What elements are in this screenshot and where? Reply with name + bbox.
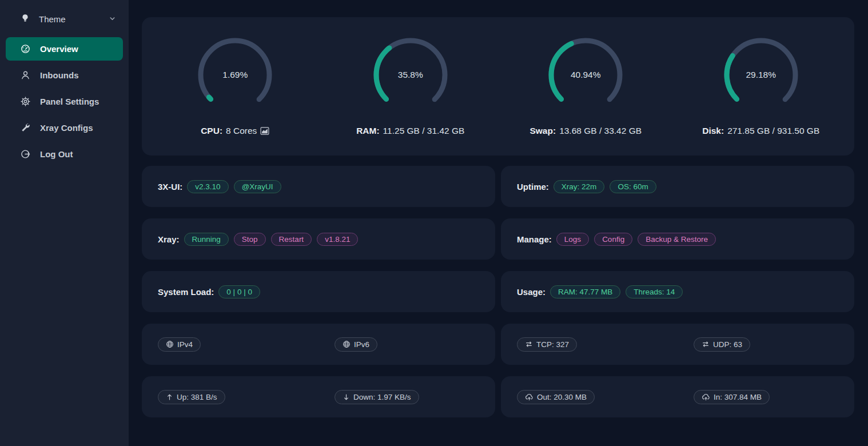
ip-card: IPv4 IPv6 <box>142 324 495 365</box>
xray-status-tag: Running <box>184 233 229 246</box>
ipv4-text: IPv4 <box>177 340 193 349</box>
connections-card: TCP: 327 UDP: 63 <box>501 324 854 365</box>
ipv6-half: IPv6 <box>318 337 495 352</box>
manage-card: Manage: Logs Config Backup & Restore <box>501 218 854 260</box>
gauge-value: 1.69% <box>193 33 277 117</box>
main-content: 1.69% CPU: 8 Cores 35.8% RAM: 11.25 GB <box>129 0 868 446</box>
info-rows: 3X-UI: v2.3.10 @XrayUI Uptime: Xray: 22m… <box>142 166 854 417</box>
traffic-out-half: Out: 20.30 MB <box>501 390 678 404</box>
logout-icon <box>21 149 30 159</box>
traffic-in-text: In: 307.84 MB <box>714 393 762 401</box>
dashboard-icon <box>21 44 30 54</box>
xray-card: Xray: Running Stop Restart v1.8.21 <box>142 218 495 260</box>
traffic-out-tag: Out: 20.30 MB <box>517 390 595 404</box>
uptime-label: Uptime: <box>517 182 549 192</box>
globe-icon <box>166 340 174 348</box>
area-chart-icon[interactable] <box>260 126 269 136</box>
system-load-card: System Load: 0 | 0 | 0 <box>142 271 495 312</box>
xray-version-tag[interactable]: v1.8.21 <box>317 233 358 246</box>
xui-label: 3X-UI: <box>158 182 182 192</box>
sidebar-item-xray-configs[interactable]: Xray Configs <box>0 116 129 140</box>
swap-arrows-icon <box>702 340 710 348</box>
traffic-out-text: Out: 20.30 MB <box>537 393 587 401</box>
theme-selector[interactable]: Theme <box>0 8 129 30</box>
gauge-value: 35.8% <box>369 33 452 117</box>
gauge-ram: 35.8% RAM: 11.25 GB / 31.42 GB <box>323 33 499 136</box>
traffic-card: Out: 20.30 MB In: 307.84 MB <box>501 376 854 417</box>
udp-half: UDP: 63 <box>678 337 854 352</box>
gauge-value: 29.18% <box>719 33 803 117</box>
arrow-down-icon <box>343 393 350 401</box>
sidebar-item-label: Log Out <box>40 149 73 159</box>
sidebar-item-label: Panel Settings <box>40 97 99 106</box>
speed-card: Up: 381 B/s Down: 1.97 KB/s <box>142 376 495 417</box>
sidebar-item-label: Overview <box>40 44 78 54</box>
sidebar-item-label: Inbounds <box>40 70 79 80</box>
sidebar-item-overview[interactable]: Overview <box>6 37 123 61</box>
xray-label: Xray: <box>158 234 180 244</box>
traffic-in-half: In: 307.84 MB <box>678 390 854 404</box>
gauge-swap: 40.94% Swap: 13.68 GB / 33.42 GB <box>498 33 674 136</box>
traffic-in-tag: In: 307.84 MB <box>694 390 770 404</box>
usage-threads-tag: Threads: 14 <box>626 285 683 298</box>
ipv6-text: IPv6 <box>354 340 369 349</box>
sidebar: Theme Overview Inbounds Panel Settings <box>0 0 129 446</box>
bulb-icon <box>21 14 30 25</box>
wrench-icon <box>21 123 30 133</box>
usage-label: Usage: <box>517 287 546 297</box>
download-speed-tag: Down: 1.97 KB/s <box>335 390 419 404</box>
uptime-xray-tag: Xray: 22m <box>554 180 605 193</box>
tcp-count-text: TCP: 327 <box>536 340 569 349</box>
usage-card: Usage: RAM: 47.77 MB Threads: 14 <box>501 271 854 312</box>
gauge-caption: RAM: 11.25 GB / 31.42 GB <box>356 126 464 136</box>
gauge-caption-detail: 271.85 GB / 931.50 GB <box>727 126 819 136</box>
arrow-up-icon <box>166 393 173 401</box>
gauge-caption-label: RAM: <box>356 126 379 136</box>
download-speed-half: Down: 1.97 KB/s <box>318 390 495 404</box>
uptime-card: Uptime: Xray: 22m OS: 60m <box>501 166 854 207</box>
upload-speed-half: Up: 381 B/s <box>142 390 318 404</box>
system-load-label: System Load: <box>158 287 214 297</box>
system-load-tag: 0 | 0 | 0 <box>218 285 260 298</box>
cloud-upload-icon <box>525 393 533 401</box>
gauge-caption-label: Disk: <box>702 126 724 136</box>
gauge-caption: CPU: 8 Cores <box>201 126 269 136</box>
ipv4-tag[interactable]: IPv4 <box>158 337 201 352</box>
xui-handle-tag[interactable]: @XrayUI <box>234 180 281 193</box>
gauge-caption-label: Swap: <box>529 126 556 136</box>
cloud-download-icon <box>702 393 710 401</box>
gauge-caption-detail: 13.68 GB / 33.42 GB <box>559 126 642 136</box>
uptime-os-tag: OS: 60m <box>610 180 656 193</box>
gauge-caption: Disk: 271.85 GB / 931.50 GB <box>702 126 819 136</box>
sidebar-item-panel-settings[interactable]: Panel Settings <box>0 90 129 113</box>
xui-version-tag: v2.3.10 <box>187 180 228 193</box>
upload-speed-text: Up: 381 B/s <box>177 393 217 401</box>
tcp-count-tag: TCP: 327 <box>517 337 577 352</box>
download-speed-text: Down: 1.97 KB/s <box>353 393 411 401</box>
gauge-value: 40.94% <box>544 33 627 117</box>
sidebar-item-label: Xray Configs <box>40 123 93 133</box>
xray-restart-button[interactable]: Restart <box>271 233 312 246</box>
chevron-down-icon <box>109 14 116 24</box>
udp-count-tag: UDP: 63 <box>694 337 750 352</box>
user-icon <box>21 70 30 80</box>
sidebar-item-log-out[interactable]: Log Out <box>0 142 129 166</box>
xray-stop-button[interactable]: Stop <box>234 233 266 246</box>
gauge-cpu: 1.69% CPU: 8 Cores <box>148 33 323 136</box>
gauge-caption-label: CPU: <box>201 126 222 136</box>
config-button[interactable]: Config <box>594 233 632 246</box>
xui-version-card: 3X-UI: v2.3.10 @XrayUI <box>142 166 495 207</box>
system-gauges-card: 1.69% CPU: 8 Cores 35.8% RAM: 11.25 GB <box>142 17 854 156</box>
manage-label: Manage: <box>517 234 552 244</box>
upload-speed-tag: Up: 381 B/s <box>158 390 225 404</box>
udp-count-text: UDP: 63 <box>713 340 742 349</box>
gauge-caption-detail: 11.25 GB / 31.42 GB <box>383 126 465 136</box>
logs-button[interactable]: Logs <box>556 233 589 246</box>
sidebar-item-inbounds[interactable]: Inbounds <box>0 63 129 87</box>
backup-restore-button[interactable]: Backup & Restore <box>638 233 716 246</box>
tcp-half: TCP: 327 <box>501 337 678 352</box>
gear-icon <box>21 97 30 106</box>
gauge-caption-detail: 8 Cores <box>226 126 257 136</box>
ipv6-tag[interactable]: IPv6 <box>335 337 377 352</box>
swap-arrows-icon <box>525 340 533 348</box>
